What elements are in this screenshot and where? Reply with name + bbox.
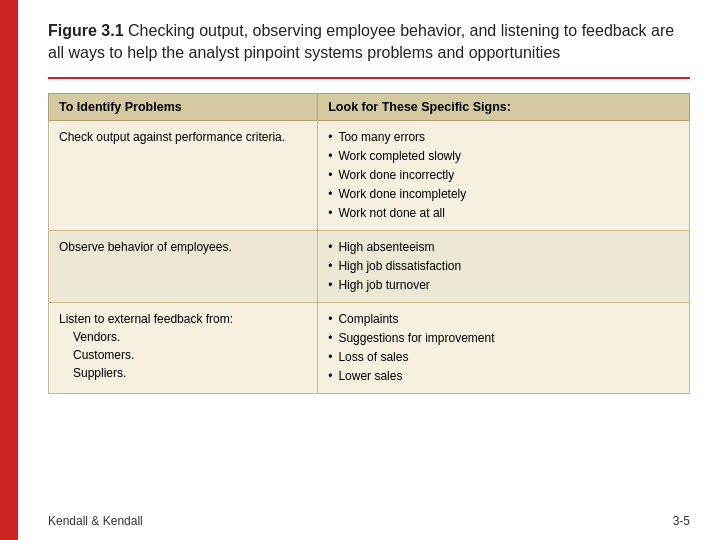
- bullet-item: Work not done at all: [328, 204, 679, 222]
- left-line: Customers.: [73, 346, 307, 364]
- bullet-item: Too many errors: [328, 128, 679, 146]
- table-row-left-0: Check output against performance criteri…: [49, 120, 318, 230]
- left-line: Suppliers.: [73, 364, 307, 382]
- main-content: Figure 3.1 Checking output, observing em…: [18, 0, 720, 540]
- title-divider: [48, 77, 690, 79]
- figure-title-rest: Checking output, observing employee beha…: [48, 22, 674, 61]
- problems-table: To Identify Problems Look for These Spec…: [48, 93, 690, 394]
- bullet-item: Work done incorrectly: [328, 166, 679, 184]
- bullet-item: Work done incompletely: [328, 185, 679, 203]
- bullet-item: Complaints: [328, 310, 679, 328]
- figure-title: Figure 3.1 Checking output, observing em…: [48, 20, 690, 65]
- table-row-right-1: High absenteeismHigh job dissatisfaction…: [318, 230, 690, 302]
- bullet-item: High job turnover: [328, 276, 679, 294]
- figure-number: Figure 3.1: [48, 22, 124, 39]
- bullet-item: High absenteeism: [328, 238, 679, 256]
- left-accent-tab: [0, 0, 18, 540]
- bullet-item: Suggestions for improvement: [328, 329, 679, 347]
- table-row-right-2: ComplaintsSuggestions for improvementLos…: [318, 302, 690, 393]
- bullet-item: High job dissatisfaction: [328, 257, 679, 275]
- footer-left: Kendall & Kendall: [48, 514, 143, 528]
- table-header-signs: Look for These Specific Signs:: [318, 93, 690, 120]
- footer: Kendall & Kendall 3-5: [48, 514, 690, 528]
- bullet-item: Lower sales: [328, 367, 679, 385]
- title-section: Figure 3.1 Checking output, observing em…: [48, 20, 690, 65]
- bullet-item: Work completed slowly: [328, 147, 679, 165]
- footer-right: 3-5: [673, 514, 690, 528]
- left-line: Vendors.: [73, 328, 307, 346]
- left-line: Listen to external feedback from:: [59, 310, 307, 328]
- bullet-item: Loss of sales: [328, 348, 679, 366]
- table-row-right-0: Too many errorsWork completed slowlyWork…: [318, 120, 690, 230]
- table-row-left-2: Listen to external feedback from:Vendors…: [49, 302, 318, 393]
- table-header-problems: To Identify Problems: [49, 93, 318, 120]
- table-row-left-1: Observe behavior of employees.: [49, 230, 318, 302]
